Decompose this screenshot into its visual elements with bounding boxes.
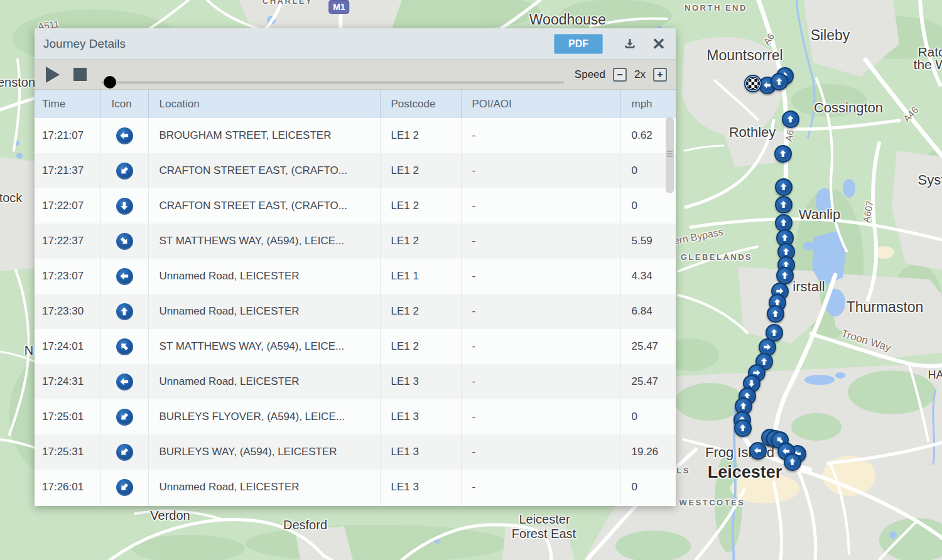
poi-cell: - <box>461 470 620 505</box>
route-arrow-marker-left[interactable] <box>749 442 767 460</box>
speed-value: 2x <box>634 68 646 81</box>
map-label-ls: LS <box>676 466 690 475</box>
postcode-cell: LE1 2 <box>380 153 461 188</box>
direction-left-icon <box>116 374 133 390</box>
speed-increase-button[interactable]: + <box>653 68 667 82</box>
mph-cell: 0 <box>620 188 676 223</box>
location-cell: Unnamed Road, LEICESTER <box>148 294 380 329</box>
time-cell: 17:22:37 <box>35 223 100 259</box>
mph-cell: 0 <box>620 399 676 434</box>
icon-cell <box>100 399 148 434</box>
map-label-wanlip: Wanlip <box>799 207 840 223</box>
playback-controls: Speed − 2x + <box>35 60 676 90</box>
download-icon[interactable] <box>622 36 638 52</box>
postcode-cell: LE1 2 <box>380 329 461 364</box>
journey-table-row[interactable]: 17:23:07 Unnamed Road, LEICESTERLE1 1-4.… <box>35 259 676 294</box>
journey-table-row[interactable]: 17:22:07 CRAFTON STREET EAST, (CRAFTO...… <box>35 188 676 223</box>
direction-down-left-icon <box>116 409 133 426</box>
postcode-cell: LE1 3 <box>380 470 461 505</box>
postcode-cell: LE1 2 <box>380 118 461 153</box>
map-label-ha: HA <box>928 369 942 382</box>
location-cell: Unnamed Road, LEICESTER <box>148 470 380 505</box>
speed-label: Speed <box>575 68 605 81</box>
panel-titlebar: Journey Details PDF ✕ <box>35 28 676 60</box>
map-label-syst: Syst <box>918 172 942 188</box>
column-header-poi-aoi: POI/AOI <box>461 90 620 118</box>
location-cell: BROUGHAM STREET, LEICESTER <box>148 118 380 153</box>
journey-table-row[interactable]: 17:25:01 BURLEYS FLYOVER, (A594), LEICE.… <box>35 399 676 434</box>
column-header-icon: Icon <box>100 90 148 118</box>
map-label-thurmaston: Thurmaston <box>847 299 924 316</box>
play-button[interactable] <box>46 67 60 83</box>
map-label-charley: CHARLEY <box>263 0 313 6</box>
time-cell: 17:23:07 <box>35 259 100 294</box>
time-cell: 17:24:31 <box>35 364 100 399</box>
playback-slider[interactable] <box>101 81 564 84</box>
direction-left-icon <box>116 268 133 285</box>
mph-cell: 25.47 <box>620 364 676 399</box>
map-label-woodhouse: Woodhouse <box>529 11 606 28</box>
route-finish-flag-marker[interactable] <box>744 75 762 92</box>
mph-cell: 19.26 <box>620 434 676 470</box>
route-arrow-marker-up[interactable] <box>767 305 784 323</box>
location-cell: CRAFTON STREET EAST, (CRAFTO... <box>148 188 380 223</box>
icon-cell <box>100 294 148 329</box>
icon-cell <box>100 188 148 223</box>
poi-cell: - <box>461 364 620 399</box>
journey-table-row[interactable]: 17:21:07 BROUGHAM STREET, LEICESTERLE1 2… <box>35 118 676 153</box>
mph-cell: 5.59 <box>620 223 676 259</box>
location-cell: ST MATTHEWS WAY, (A594), LEICE... <box>148 329 380 364</box>
journey-table: TimeIconLocationPostcodePOI/AOImph 17:21… <box>35 90 676 505</box>
map-label-leicester: Leicester <box>519 512 570 527</box>
direction-up-left-icon <box>116 338 133 355</box>
route-arrow-marker-up[interactable] <box>776 267 794 284</box>
map-label-glebelands: GLEBELANDS <box>681 252 753 262</box>
route-arrow-marker-up[interactable] <box>775 178 793 196</box>
time-cell: 17:24:01 <box>35 329 100 364</box>
postcode-cell: LE1 2 <box>380 223 461 259</box>
route-arrow-marker-up[interactable] <box>782 110 799 128</box>
direction-down-right-icon <box>116 233 133 250</box>
playback-slider-knob[interactable] <box>104 76 116 89</box>
journey-table-row[interactable]: 17:22:37 ST MATTHEWS WAY, (A594), LEICE.… <box>35 223 676 259</box>
route-arrow-marker-up[interactable] <box>734 419 752 437</box>
table-scrollbar-thumb[interactable] <box>666 117 674 193</box>
map-label-enston: enston <box>0 75 35 90</box>
mph-cell: 0 <box>620 470 676 505</box>
map-label-forest-east: Forest East <box>512 527 576 541</box>
journey-table-row[interactable]: 17:26:01 Unnamed Road, LEICESTERLE1 3-0 <box>35 470 676 505</box>
icon-cell <box>100 470 148 505</box>
location-cell: BURLEYS WAY, (A594), LEICESTER <box>148 434 380 470</box>
time-cell: 17:26:01 <box>35 470 100 505</box>
route-arrow-marker-up[interactable] <box>784 453 801 471</box>
stop-button[interactable] <box>73 68 87 81</box>
location-cell: BURLEYS FLYOVER, (A594), LEICE... <box>148 399 380 434</box>
route-arrow-marker-up[interactable] <box>774 145 792 163</box>
pdf-button[interactable]: PDF <box>554 34 603 54</box>
speed-decrease-button[interactable]: − <box>613 68 627 82</box>
route-arrow-marker-up[interactable] <box>771 73 788 90</box>
journey-table-row[interactable]: 17:24:31 Unnamed Road, LEICESTERLE1 3-25… <box>35 364 676 399</box>
time-cell: 17:21:37 <box>35 153 100 188</box>
direction-up-icon <box>116 303 133 320</box>
map-label-irstall: irstall <box>793 279 825 295</box>
postcode-cell: LE1 3 <box>380 434 461 470</box>
map-label-leicester: Leicester <box>708 463 782 482</box>
route-arrow-marker-up[interactable] <box>775 196 793 213</box>
column-header-location: Location <box>148 90 380 118</box>
icon-cell <box>100 223 148 259</box>
icon-cell <box>100 364 148 399</box>
journey-table-row[interactable]: 17:25:31 BURLEYS WAY, (A594), LEICESTERL… <box>35 434 676 470</box>
journey-table-row[interactable]: 17:23:30 Unnamed Road, LEICESTERLE1 2-6.… <box>35 294 676 329</box>
postcode-cell: LE1 3 <box>380 399 461 434</box>
poi-cell: - <box>461 153 620 188</box>
journey-table-row[interactable]: 17:24:01 ST MATTHEWS WAY, (A594), LEICE.… <box>35 329 676 364</box>
mph-cell: 6.84 <box>620 294 676 329</box>
map-label-desford: Desford <box>283 518 327 532</box>
column-header-time: Time <box>35 90 100 118</box>
panel-title: Journey Details <box>43 37 126 51</box>
postcode-cell: LE1 3 <box>380 364 461 399</box>
close-icon[interactable]: ✕ <box>651 36 667 52</box>
time-cell: 17:25:01 <box>35 399 100 434</box>
journey-table-row[interactable]: 17:21:37 CRAFTON STREET EAST, (CRAFTO...… <box>35 153 676 188</box>
